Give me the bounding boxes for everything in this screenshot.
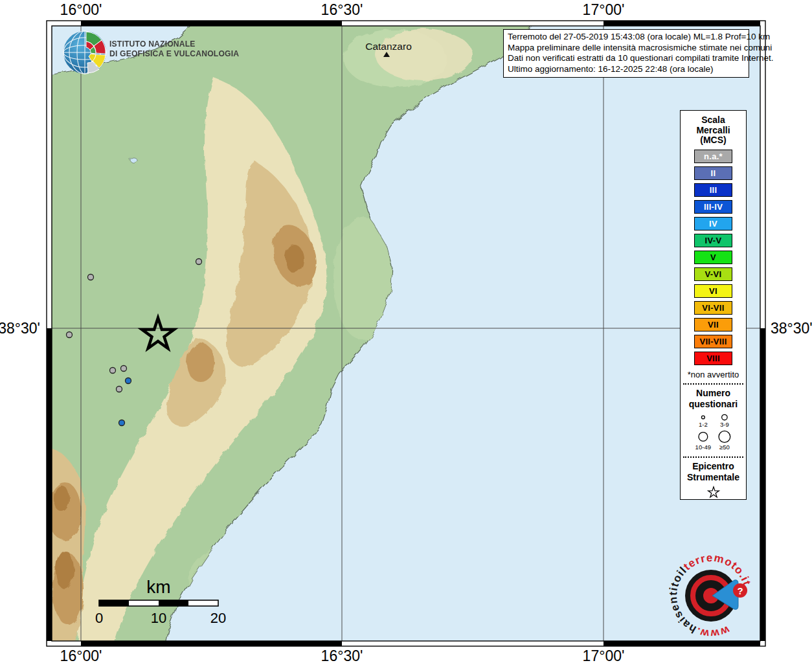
intensity-item: V xyxy=(694,251,732,264)
observation-point-blue xyxy=(119,420,125,426)
info-line-data-source: Dati non verificati estratti da 10 quest… xyxy=(508,53,745,64)
axis-label-top-16-30: 16°30' xyxy=(321,1,363,19)
map-content: Catanzaro km 0 10 20 xyxy=(48,23,771,656)
axis-label-bottom-16-00: 16°00' xyxy=(60,647,102,663)
intensity-item: VIII xyxy=(694,352,732,365)
observation-point-gray xyxy=(67,332,73,338)
axis-label-bottom-16-30: 16°30' xyxy=(321,647,363,663)
legend-panel: Scala Mercalli (MCS) n.a.* II III III-IV… xyxy=(680,110,747,500)
ingv-logo-icon xyxy=(63,31,106,74)
macroseismic-map-page: 16°00' 16°30' 17°00' 16°00' 16°30' 17°00… xyxy=(0,0,812,663)
intensity-item: VI-VII xyxy=(694,301,732,315)
intensity-item: III-IV xyxy=(694,200,732,214)
legend-footnote: *non avvertito xyxy=(688,370,739,379)
epicenter-legend-star-icon xyxy=(705,486,722,499)
questionnaire-size-legend: 1-23-910-49≥50 xyxy=(682,410,745,453)
questionnaire-size-circle xyxy=(698,432,707,441)
observation-point-gray xyxy=(110,368,116,374)
axis-label-right-38-30: 38°30' xyxy=(771,320,812,337)
questionnaire-size-circle xyxy=(719,431,730,442)
observation-point-gray xyxy=(196,259,202,265)
intensity-item: n.a.* xyxy=(694,150,732,163)
legend-divider-2 xyxy=(683,456,743,458)
observation-point-gray xyxy=(88,275,94,280)
ingv-wordmark: ISTITUTO NAZIONALE DI GEOFISICA E VULCAN… xyxy=(109,39,239,59)
star-shape xyxy=(708,486,719,497)
intensity-item: IV xyxy=(694,217,732,230)
intensity-item: VI xyxy=(694,284,732,298)
axis-label-top-17-00: 17°00' xyxy=(583,1,625,19)
scale-bar-unit: km xyxy=(146,577,170,597)
small-lake xyxy=(130,157,137,163)
scale-tick-20: 20 xyxy=(210,610,226,626)
scale-tick-10: 10 xyxy=(151,610,166,626)
axis-label-top-16-00: 16°00' xyxy=(60,1,102,19)
intensity-item: VII xyxy=(694,318,732,332)
observation-point-gray xyxy=(117,387,122,392)
observation-point-blue xyxy=(126,378,131,384)
intensity-item: V-VI xyxy=(694,267,732,281)
questionnaire-size-label: ≥50 xyxy=(719,444,729,451)
intensity-item: II xyxy=(694,166,732,180)
intensity-item: III xyxy=(694,183,732,197)
intensity-item: IV-V xyxy=(694,234,732,247)
info-line-event: Terremoto del 27-05-2019 15:43:08 (ora l… xyxy=(508,32,745,43)
questionnaire-size-label: 1-2 xyxy=(698,421,707,428)
questionnaire-size-label: 10-49 xyxy=(695,444,711,451)
earthquake-info-box: Terremoto del 27-05-2019 15:43:08 (ora l… xyxy=(503,29,749,78)
question-mark: ? xyxy=(737,585,743,596)
observation-point-gray xyxy=(121,366,127,372)
legend-divider xyxy=(683,383,743,385)
ingv-line1: ISTITUTO NAZIONALE xyxy=(109,39,239,49)
axis-label-left-38-30: 38°30' xyxy=(0,320,40,337)
ingv-line2: DI GEOFISICA E VULCANOLOGIA xyxy=(109,49,239,59)
legend-title: Scala Mercalli (MCS) xyxy=(696,115,730,146)
questionnaire-size-circle xyxy=(701,416,705,419)
axis-label-bottom-17-00: 17°00' xyxy=(583,647,625,663)
questionnaire-size-label: 3-9 xyxy=(719,421,728,428)
info-line-map-type: Mappa preliminare delle intensità macros… xyxy=(508,43,745,54)
questionnaire-size-circle xyxy=(721,414,727,420)
scale-tick-0: 0 xyxy=(95,610,103,626)
info-line-updated: Ultimo aggiornamento: 16-12-2025 22:48 (… xyxy=(508,64,745,75)
city-label: Catanzaro xyxy=(365,41,412,52)
epicenter-legend-title: Epicentro Strumentale xyxy=(687,461,739,483)
intensity-scale-list: n.a.* II III III-IV IV IV-V V V-VI VI VI… xyxy=(694,150,732,365)
intensity-item: VII-VIII xyxy=(694,335,732,348)
questionnaire-count-title: Numero questionari xyxy=(689,388,738,410)
